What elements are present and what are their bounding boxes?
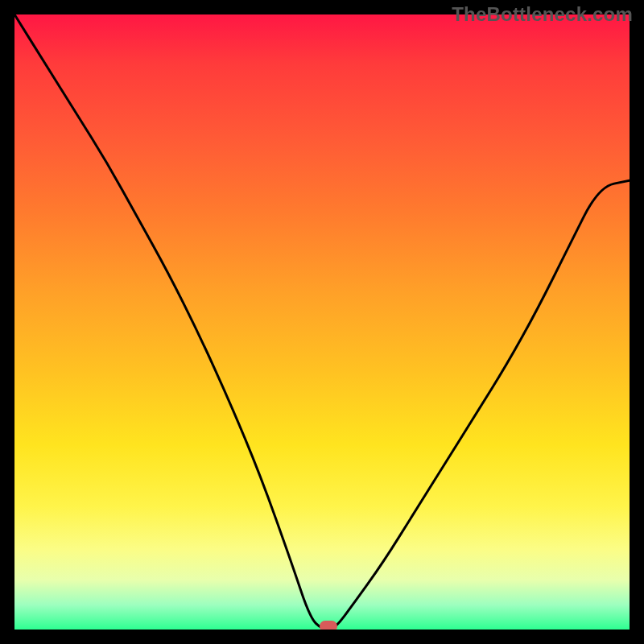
watermark-text: TheBottleneck.com <box>452 3 633 26</box>
chart-frame: TheBottleneck.com <box>0 0 644 644</box>
optimal-marker <box>320 621 337 630</box>
bottleneck-curve <box>14 14 630 630</box>
curve-path <box>14 14 630 630</box>
plot-area <box>14 14 630 630</box>
